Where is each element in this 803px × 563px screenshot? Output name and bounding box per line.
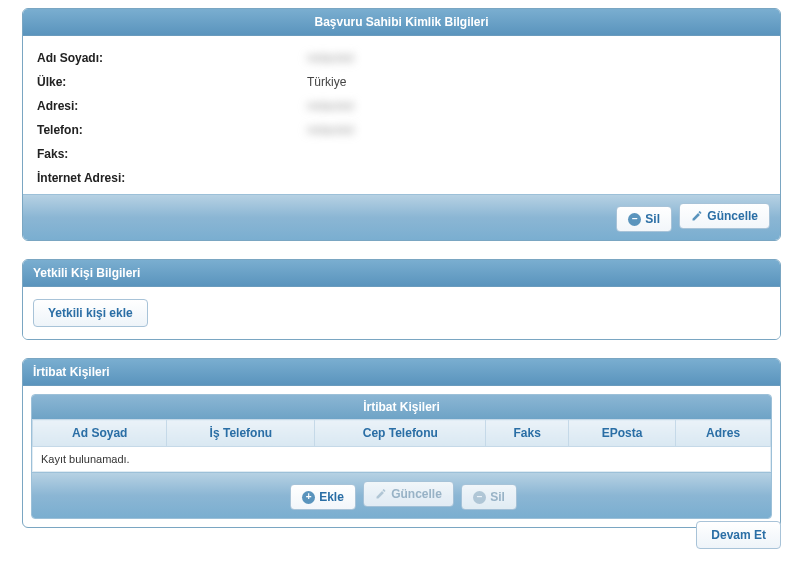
applicant-panel-body: Adı Soyadı: redacted Ülke: Türkiye Adres… [23,36,780,194]
label-fax: Faks: [37,147,307,161]
col-mobile[interactable]: Cep Telefonu [315,420,486,447]
authorized-panel-body: Yetkili kişi ekle [23,287,780,339]
label-phone: Telefon: [37,123,307,137]
col-name[interactable]: Ad Soyad [33,420,167,447]
pencil-icon [375,488,387,500]
add-authorized-button[interactable]: Yetkili kişi ekle [33,299,148,327]
row-country: Ülke: Türkiye [37,70,766,94]
minus-icon: − [473,491,486,504]
delete-button[interactable]: − Sil [616,206,672,232]
value-fax [307,147,766,161]
contacts-footer: + Ekle Güncelle − Sil [32,472,771,518]
authorized-panel-title: Yetkili Kişi Bilgileri [23,260,780,287]
add-contact-label: Ekle [319,490,344,504]
applicant-panel-title: Başvuru Sahibi Kimlik Bilgileri [23,9,780,36]
value-phone: redacted [307,123,766,137]
col-work[interactable]: İş Telefonu [167,420,315,447]
pencil-icon [691,210,703,222]
update-contact-button[interactable]: Güncelle [363,481,454,507]
empty-message: Kayıt bulunamadı. [33,447,771,472]
value-address: redacted [307,99,766,113]
row-phone: Telefon: redacted [37,118,766,142]
authorized-person-panel: Yetkili Kişi Bilgileri Yetkili kişi ekle [22,259,781,340]
table-row: Kayıt bulunamadı. [33,447,771,472]
applicant-panel-footer: − Sil Güncelle [23,194,780,240]
label-address: Adresi: [37,99,307,113]
label-web: İnternet Adresi: [37,171,307,185]
value-country: Türkiye [307,75,766,89]
minus-icon: − [628,213,641,226]
label-country: Ülke: [37,75,307,89]
update-contact-label: Güncelle [391,487,442,501]
table-header-row: Ad Soyad İş Telefonu Cep Telefonu Faks E… [33,420,771,447]
contacts-table: Ad Soyad İş Telefonu Cep Telefonu Faks E… [32,419,771,472]
contacts-inner-title: İrtibat Kişileri [32,395,771,419]
update-button[interactable]: Güncelle [679,203,770,229]
delete-contact-button[interactable]: − Sil [461,484,517,510]
contacts-panel: İrtibat Kişileri İrtibat Kişileri Ad Soy… [22,358,781,528]
delete-contact-label: Sil [490,490,505,504]
row-web: İnternet Adresi: [37,166,766,190]
add-contact-button[interactable]: + Ekle [290,484,356,510]
page-footer: Devam Et [696,521,781,549]
col-address[interactable]: Adres [676,420,771,447]
col-email[interactable]: EPosta [568,420,675,447]
delete-button-label: Sil [645,212,660,226]
plus-icon: + [302,491,315,504]
update-button-label: Güncelle [707,209,758,223]
value-name: redacted [307,51,766,65]
row-address: Adresi: redacted [37,94,766,118]
add-authorized-label: Yetkili kişi ekle [48,306,133,320]
row-name: Adı Soyadı: redacted [37,46,766,70]
row-fax: Faks: [37,142,766,166]
contacts-panel-title: İrtibat Kişileri [23,359,780,386]
contacts-inner-panel: İrtibat Kişileri Ad Soyad İş Telefonu Ce… [31,394,772,519]
continue-button[interactable]: Devam Et [696,521,781,549]
continue-label: Devam Et [711,528,766,542]
col-fax[interactable]: Faks [486,420,568,447]
value-web [307,171,766,185]
applicant-identity-panel: Başvuru Sahibi Kimlik Bilgileri Adı Soya… [22,8,781,241]
label-name: Adı Soyadı: [37,51,307,65]
